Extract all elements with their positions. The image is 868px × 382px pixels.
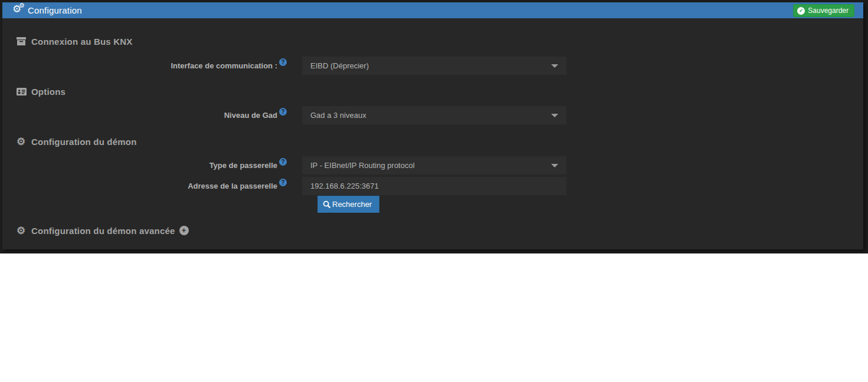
interface-row: Interface de communication :? EIBD (Dépr… [17,57,863,75]
caret-down-icon [551,114,558,117]
search-icon [323,200,331,209]
section-knx-heading: Connexion au Bus KNX [17,35,863,47]
search-button-label: Rechercher [332,200,372,209]
gad-level-label: Niveau de Gad? [17,111,287,120]
gad-level-select[interactable]: Gad a 3 niveaux [302,106,566,124]
address-card-icon [17,88,27,95]
question-circle-icon[interactable]: ? [279,179,287,186]
section-daemon-heading: ⚙ Configuration du démon [17,136,863,147]
section-daemon-title: Configuration du démon [31,137,137,147]
check-circle-icon: ✓ [797,7,805,15]
interface-select[interactable]: EIBD (Déprecier) [302,57,566,75]
gateway-type-label: Type de passerelle? [17,161,287,170]
configuration-panel: ⚙ ⚙ Configuration ✓ Sauvegarder Connexio… [2,2,863,249]
question-circle-icon[interactable]: ? [279,108,287,116]
gad-level-row: Niveau de Gad? Gad a 3 niveaux [17,106,863,124]
question-circle-icon[interactable]: ? [279,58,287,66]
page-title: Configuration [28,5,82,15]
cogs-icon: ⚙ ⚙ [12,5,25,16]
caret-down-icon [551,164,558,167]
panel-header: ⚙ ⚙ Configuration ✓ Sauvegarder [2,2,863,18]
section-knx-title: Connexion au Bus KNX [31,37,133,47]
question-circle-icon[interactable]: ? [279,158,287,166]
section-daemon-advanced-title: Configuration du démon avancée [31,226,175,236]
section-daemon-advanced-heading: ⚙ Configuration du démon avancée + [17,225,863,236]
gear-icon: ⚙ [17,226,27,236]
gateway-address-input[interactable] [302,177,566,195]
gateway-type-select[interactable]: IP - EIBnet/IP Routing protocol [302,156,566,174]
save-button-label: Sauvegarder [808,6,849,15]
gateway-type-row: Type de passerelle? IP - EIBnet/IP Routi… [17,156,863,174]
panel-body: Connexion au Bus KNX Interface de commun… [2,35,863,236]
interface-select-value: EIBD (Déprecier) [310,61,369,70]
section-options-heading: Options [17,85,863,97]
search-button-row: Rechercher [317,196,863,213]
gateway-address-label: Adresse de la passerelle? [17,182,287,190]
app-background: ⚙ ⚙ Configuration ✓ Sauvegarder Connexio… [0,0,868,253]
gateway-type-select-value: IP - EIBnet/IP Routing protocol [310,161,415,170]
gear-icon: ⚙ [17,137,27,147]
gad-level-select-value: Gad a 3 niveaux [310,111,366,120]
section-options-title: Options [31,87,65,97]
gateway-address-row: Adresse de la passerelle? [17,177,863,195]
archive-icon [17,37,27,45]
interface-label: Interface de communication :? [17,61,287,70]
search-button[interactable]: Rechercher [317,196,379,213]
save-button[interactable]: ✓ Sauvegarder [793,4,854,17]
caret-down-icon [551,64,558,68]
plus-circle-icon[interactable]: + [179,226,189,235]
